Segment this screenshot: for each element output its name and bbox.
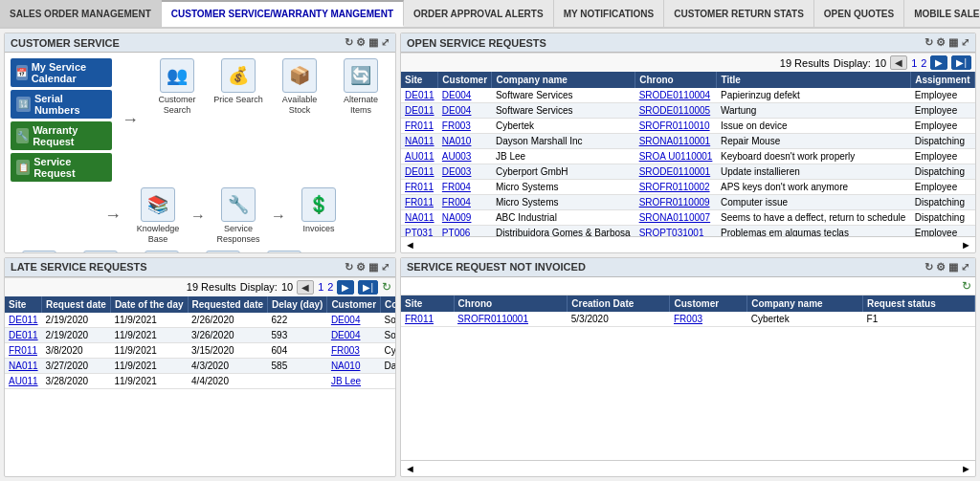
osr-row-5: DE011 DE003 Cyberport GmbH SRODE0110001 …: [401, 164, 975, 180]
osr-customer-6[interactable]: FR004: [438, 180, 492, 195]
lsr-customer-3[interactable]: NA010: [327, 358, 381, 373]
osr-last-btn[interactable]: ▶|: [951, 55, 971, 70]
lsr-prev-btn[interactable]: ◀: [297, 280, 314, 295]
osr-chrono-1[interactable]: SRODE0110005: [635, 103, 717, 119]
osr-chrono-2[interactable]: SROFR0110010: [635, 119, 717, 134]
lsr-next-btn[interactable]: ▶: [337, 280, 354, 295]
alternate-items-item[interactable]: 🔄 Alternate Items: [332, 58, 390, 116]
osr-chrono-5[interactable]: SRODE0110001: [635, 164, 717, 180]
srni-settings-icon[interactable]: ⚙: [936, 261, 946, 273]
lsr-page-1[interactable]: 1: [318, 281, 323, 293]
osr-scroll-right[interactable]: ►: [961, 239, 971, 251]
price-search-item[interactable]: 💰 Price Search: [210, 58, 267, 105]
nav-my-notifications[interactable]: MY NOTIFICATIONS: [554, 0, 665, 27]
osr-customer-3[interactable]: NA010: [438, 134, 492, 149]
warranty-maintenance-item[interactable]: 📋 Warranty/Contract Maintenance: [72, 251, 129, 252]
osr-chrono-3[interactable]: SRONA0110001: [635, 134, 717, 149]
service-responses-item[interactable]: 🔧 Service Responses: [210, 187, 267, 245]
osr-page-1[interactable]: 1: [911, 57, 917, 69]
cs-expand-icon[interactable]: ⤢: [381, 36, 390, 49]
nav-mobile-sales[interactable]: MOBILE SALES: [904, 0, 980, 27]
srni-scroll-right[interactable]: ►: [961, 463, 971, 474]
osr-page-2[interactable]: 2: [921, 57, 926, 69]
lsr-expand-icon[interactable]: ⤢: [381, 261, 390, 273]
serial-numbers-btn[interactable]: 🔢 Serial Numbers: [11, 90, 112, 119]
knowledge-base-item[interactable]: 📚 Knowledge Base: [129, 187, 187, 245]
osr-chrono-6[interactable]: SROFR0110002: [635, 180, 717, 195]
srni-chrono-0[interactable]: SROFR0110001: [454, 312, 568, 327]
srni-customer-0[interactable]: FR003: [670, 312, 747, 327]
osr-scroll-left[interactable]: ◄: [405, 239, 415, 251]
contract-invoicing-item[interactable]: 📄 Contract Invoicing: [133, 251, 190, 252]
osr-chrono-8[interactable]: SRONA0110007: [635, 210, 717, 226]
scheduled-invoicing-item[interactable]: 📅 Scheduled Invoicing: [194, 251, 252, 252]
lsr-delay-0: 622: [268, 313, 327, 328]
invoices-item[interactable]: 💲 Invoices: [290, 187, 347, 245]
nav-order-approval[interactable]: ORDER APPROVAL ALERTS: [404, 0, 554, 27]
lsr-refresh-icon[interactable]: ↻: [345, 261, 353, 273]
osr-site-7[interactable]: FR011: [401, 195, 438, 210]
osr-site-1[interactable]: DE011: [401, 103, 438, 119]
osr-settings-icon[interactable]: ⚙: [936, 36, 946, 49]
lsr-customer-4[interactable]: JB Lee: [327, 373, 381, 388]
nav-sales-order[interactable]: SALES ORDER MANAGEMENT: [0, 0, 162, 27]
lsr-site-2[interactable]: FR011: [5, 342, 42, 358]
cs-grid-icon[interactable]: ▦: [368, 36, 378, 49]
srni-refresh-icon[interactable]: ↻: [924, 261, 933, 273]
lsr-site-3[interactable]: NA011: [5, 358, 42, 373]
lsr-customer-1[interactable]: DE004: [327, 327, 381, 342]
crm-calendar-item[interactable]: 📆 CRM Calendar: [256, 251, 313, 252]
srni-site-0[interactable]: FR011: [401, 312, 454, 327]
warranty-request-btn[interactable]: 🔧 Warranty Request: [11, 121, 112, 150]
lsr-last-btn[interactable]: ▶|: [358, 280, 378, 295]
srni-scroll-left[interactable]: ◄: [405, 463, 415, 474]
osr-site-4[interactable]: AU011: [401, 149, 438, 164]
osr-chrono-4[interactable]: SROA U0110001: [635, 149, 717, 164]
srni-grid-icon[interactable]: ▦: [948, 261, 958, 273]
lsr-auto-refresh-icon[interactable]: ↻: [382, 280, 391, 294]
osr-site-6[interactable]: FR011: [401, 180, 438, 195]
osr-site-3[interactable]: NA011: [401, 134, 438, 149]
lsr-customer-0[interactable]: DE004: [327, 313, 381, 328]
osr-customer-2[interactable]: FR003: [438, 119, 492, 134]
osr-prev-first-btn[interactable]: ◀: [890, 55, 907, 70]
srni-expand-icon[interactable]: ⤢: [961, 261, 969, 273]
lsr-site-0[interactable]: DE011: [5, 313, 42, 328]
srni-auto-refresh[interactable]: ↻: [962, 279, 971, 293]
osr-customer-8[interactable]: NA009: [438, 210, 492, 226]
cs-settings-icon[interactable]: ⚙: [356, 36, 366, 49]
osr-chrono-7[interactable]: SROFR0110009: [635, 195, 717, 210]
osr-customer-5[interactable]: DE003: [438, 164, 492, 180]
lsr-settings-icon[interactable]: ⚙: [356, 261, 366, 273]
osr-customer-7[interactable]: FR004: [438, 195, 492, 210]
cs-refresh-icon[interactable]: ↻: [345, 36, 353, 49]
osr-refresh-icon[interactable]: ↻: [924, 36, 933, 49]
lsr-grid-icon[interactable]: ▦: [368, 261, 378, 273]
lsr-page-2[interactable]: 2: [327, 281, 333, 293]
lsr-site-1[interactable]: DE011: [5, 327, 42, 342]
lsr-customer-2[interactable]: FR003: [327, 342, 381, 358]
available-stock-item[interactable]: 📦 Available Stock: [271, 58, 328, 116]
osr-site-9[interactable]: PT031: [401, 226, 438, 236]
osr-customer-0[interactable]: DE004: [438, 88, 492, 103]
osr-site-0[interactable]: DE011: [401, 88, 438, 103]
osr-site-8[interactable]: NA011: [401, 210, 438, 226]
osr-chrono-0[interactable]: SRODE0110004: [635, 88, 717, 103]
customer-search-item[interactable]: 👥 Customer Search: [148, 58, 206, 116]
my-service-calendar-btn[interactable]: 📅 My Service Calendar: [11, 58, 112, 87]
lsr-site-4[interactable]: AU011: [5, 373, 42, 388]
osr-grid-icon[interactable]: ▦: [948, 36, 958, 49]
nav-open-quotes[interactable]: OPEN QUOTES: [814, 0, 904, 27]
nav-customer-service[interactable]: CUSTOMER SERVICE/WARRANTY MANGEMENT: [162, 0, 404, 27]
osr-site-5[interactable]: DE011: [401, 164, 438, 180]
nav-customer-return[interactable]: CUSTOMER RETURN STATS: [664, 0, 814, 27]
customer-master-item[interactable]: 👤 Customer Master: [11, 251, 68, 252]
service-request-btn[interactable]: 📋 Service Request: [11, 153, 112, 182]
osr-customer-9[interactable]: PT006: [438, 226, 492, 236]
osr-customer-1[interactable]: DE004: [438, 103, 492, 119]
osr-customer-4[interactable]: AU003: [438, 149, 492, 164]
osr-expand-icon[interactable]: ⤢: [961, 36, 969, 49]
osr-site-2[interactable]: FR011: [401, 119, 438, 134]
osr-chrono-9[interactable]: SROPT031001: [635, 226, 717, 236]
osr-next-btn[interactable]: ▶: [930, 55, 947, 70]
